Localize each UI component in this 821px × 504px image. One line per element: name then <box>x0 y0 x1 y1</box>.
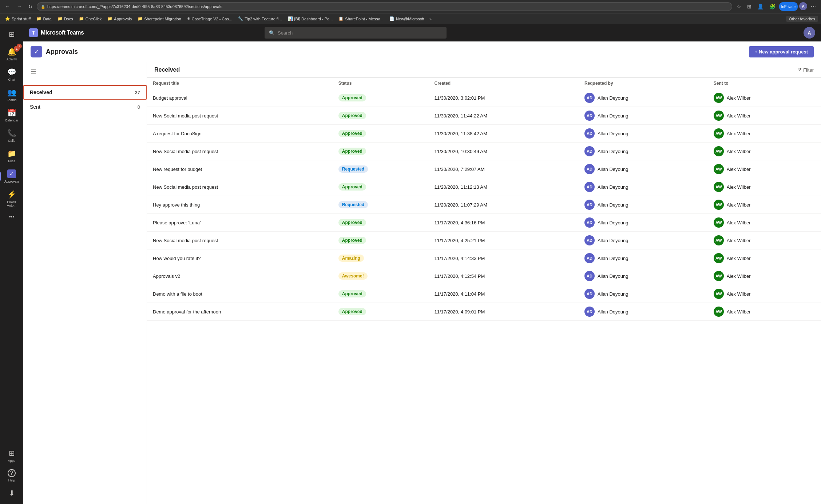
bookmark-approvals-label: Approvals <box>114 17 132 21</box>
cell-created: 11/20/2020, 11:12:13 AM <box>429 178 579 196</box>
bookmark-bi[interactable]: 📊 [BI] Dashboard - Po... <box>286 16 335 22</box>
teams-sidebar: ⊞ 🔔 Activity 1 💬 Chat 👥 Teams 📅 Calendar… <box>0 24 23 504</box>
bookmark-new-microsoft[interactable]: 📄 New@Microsoft <box>387 16 427 22</box>
sidebar-item-chat[interactable]: 💬 Chat <box>2 65 21 84</box>
sidebar-item-calendar[interactable]: 📅 Calendar <box>2 105 21 125</box>
profile-button[interactable]: 👤 <box>755 2 766 11</box>
requested-by-name: Allan Deyoung <box>598 238 628 243</box>
user-avatar[interactable]: A <box>804 27 815 39</box>
menu-button[interactable]: ⋯ <box>809 2 818 11</box>
user-profile-badge[interactable]: A <box>799 2 807 10</box>
bookmark-data-label: Data <box>43 17 51 21</box>
table-row[interactable]: New Social media post request Approved 1… <box>147 232 821 249</box>
table-row[interactable]: Budget approval Approved 11/30/2020, 3:0… <box>147 89 821 107</box>
bookmark-data[interactable]: 📁 Data <box>34 16 53 22</box>
sent-to-cell: AW Alex Wilber <box>714 93 815 103</box>
left-panel-menu-btn[interactable]: ☰ <box>29 67 38 77</box>
cell-requested-by: AD Allan Deyoung <box>579 285 708 303</box>
sent-to-avatar: AW <box>714 128 724 139</box>
forward-button[interactable]: → <box>15 2 24 11</box>
cell-created: 11/17/2020, 4:11:04 PM <box>429 285 579 303</box>
requested-by-name: Allan Deyoung <box>598 95 628 101</box>
table-row[interactable]: Please approve: 'Luna' Approved 11/17/20… <box>147 214 821 232</box>
bookmark-sp-migration-label: Sharepoint Migration <box>144 17 181 21</box>
sidebar-item-approvals[interactable]: ✓ Approvals <box>2 167 21 186</box>
sidebar-item-power-automate[interactable]: ⚡ Power Auto... <box>2 187 21 210</box>
requested-by-cell: AD Allan Deyoung <box>584 111 702 121</box>
bookmark-bi-label: [BI] Dashboard - Po... <box>294 17 333 21</box>
cell-title: Budget approval <box>147 89 333 107</box>
other-favorites[interactable]: Other favorites <box>786 16 818 22</box>
cell-title: Demo with a file to boot <box>147 285 333 303</box>
cell-requested-by: AD Allan Deyoung <box>579 125 708 143</box>
approvals-body: ☰ Received 27 Sent 0 <box>23 62 821 504</box>
status-badge: Approved <box>338 219 366 226</box>
requested-by-name: Allan Deyoung <box>598 202 628 208</box>
sidebar-item-files[interactable]: 📁 Files <box>2 146 21 166</box>
sent-to-avatar: AW <box>714 200 724 210</box>
requested-by-name: Allan Deyoung <box>598 149 628 154</box>
right-panel: Received ⧩ Filter Request title Status C… <box>147 62 821 504</box>
collections-button[interactable]: ⊞ <box>745 2 754 11</box>
requested-by-avatar: AD <box>584 200 595 210</box>
nav-item-received[interactable]: Received 27 <box>23 85 147 100</box>
refresh-button[interactable]: ↻ <box>26 3 35 11</box>
sidebar-item-waffle[interactable]: ⊞ <box>2 27 21 41</box>
nav-item-sent[interactable]: Sent 0 <box>23 100 147 114</box>
bookmark-tip2[interactable]: 🔧 Tip2 with Feature fl... <box>236 16 284 22</box>
table-row[interactable]: Demo with a file to boot Approved 11/17/… <box>147 285 821 303</box>
approval-table: Request title Status Created Requested b… <box>147 78 821 321</box>
sent-to-name: Alex Wilber <box>727 113 751 119</box>
bookmarks-overflow-btn[interactable]: » <box>428 16 433 22</box>
table-row[interactable]: Demo approval for the afternoon Approved… <box>147 303 821 321</box>
sidebar-item-download[interactable]: ⬇ <box>2 486 21 500</box>
table-row[interactable]: New Social media post request Approved 1… <box>147 143 821 160</box>
sidebar-item-help[interactable]: ? Help <box>2 466 21 485</box>
bookmark-docs[interactable]: 📁 Docs <box>55 16 75 22</box>
sidebar-item-apps[interactable]: ⊞ Apps <box>2 446 21 465</box>
bookmark-oneclick[interactable]: 📁 OneClick <box>77 16 104 22</box>
cell-requested-by: AD Allan Deyoung <box>579 303 708 321</box>
sidebar-activity-label: Activity <box>7 57 17 61</box>
sent-to-cell: AW Alex Wilber <box>714 146 815 156</box>
download-icon: ⬇ <box>9 489 15 497</box>
back-button[interactable]: ← <box>3 2 12 11</box>
requested-by-cell: AD Allan Deyoung <box>584 146 702 156</box>
table-row[interactable]: New Social media post request Approved 1… <box>147 107 821 125</box>
sidebar-item-calls[interactable]: 📞 Calls <box>2 126 21 145</box>
table-row[interactable]: How would you rate it? Amazing 11/17/202… <box>147 249 821 267</box>
sent-to-cell: AW Alex Wilber <box>714 128 815 139</box>
table-row[interactable]: Hey approve this thing Requested 11/20/2… <box>147 196 821 214</box>
requested-by-avatar: AD <box>584 271 595 281</box>
sidebar-item-teams[interactable]: 👥 Teams <box>2 85 21 105</box>
table-row[interactable]: New Social media post request Approved 1… <box>147 178 821 196</box>
cell-created: 11/30/2020, 10:30:49 AM <box>429 143 579 160</box>
requested-by-cell: AD Allan Deyoung <box>584 164 702 174</box>
bookmark-casetriage[interactable]: ❄ CaseTriage V2 - Cas... <box>185 16 234 22</box>
table-row[interactable]: New request for budget Requested 11/30/2… <box>147 160 821 178</box>
sidebar-chat-label: Chat <box>8 78 15 81</box>
requested-by-avatar: AD <box>584 93 595 103</box>
table-row[interactable]: A request for DocuSign Approved 11/30/20… <box>147 125 821 143</box>
bookmark-approvals-icon: 📁 <box>107 16 112 21</box>
address-bar[interactable]: 🔒 https://teams.microsoft.com/_#/apps/7c… <box>37 2 732 11</box>
bookmark-sharepoint-migration[interactable]: 📁 Sharepoint Migration <box>135 16 183 22</box>
requested-by-cell: AD Allan Deyoung <box>584 307 702 317</box>
bookmark-sp-message[interactable]: 📋 SharePoint - Messa... <box>336 16 386 22</box>
url-text: https://teams.microsoft.com/_#/apps/7c31… <box>47 4 222 9</box>
requested-by-avatar: AD <box>584 307 595 317</box>
sidebar-item-more[interactable]: ••• <box>2 211 21 223</box>
cell-title: Hey approve this thing <box>147 196 333 214</box>
search-bar[interactable]: 🔍 Search <box>265 27 447 39</box>
sidebar-item-activity[interactable]: 🔔 Activity 1 <box>2 44 21 64</box>
new-approval-button[interactable]: + New approval request <box>749 46 814 57</box>
cell-title: New Social media post request <box>147 107 333 125</box>
star-button[interactable]: ☆ <box>734 2 743 11</box>
bookmark-sprint[interactable]: ⭐ Sprint stuff <box>3 16 33 22</box>
requested-by-cell: AD Allan Deyoung <box>584 128 702 139</box>
bookmark-approvals[interactable]: 📁 Approvals <box>105 16 134 22</box>
extensions-button[interactable]: 🧩 <box>767 2 778 11</box>
table-row[interactable]: Approvals v2 Awesome! 11/17/2020, 4:12:5… <box>147 267 821 285</box>
filter-button[interactable]: ⧩ Filter <box>798 67 814 73</box>
bookmarks-bar: ⭐ Sprint stuff 📁 Data 📁 Docs 📁 OneClick … <box>0 13 821 24</box>
